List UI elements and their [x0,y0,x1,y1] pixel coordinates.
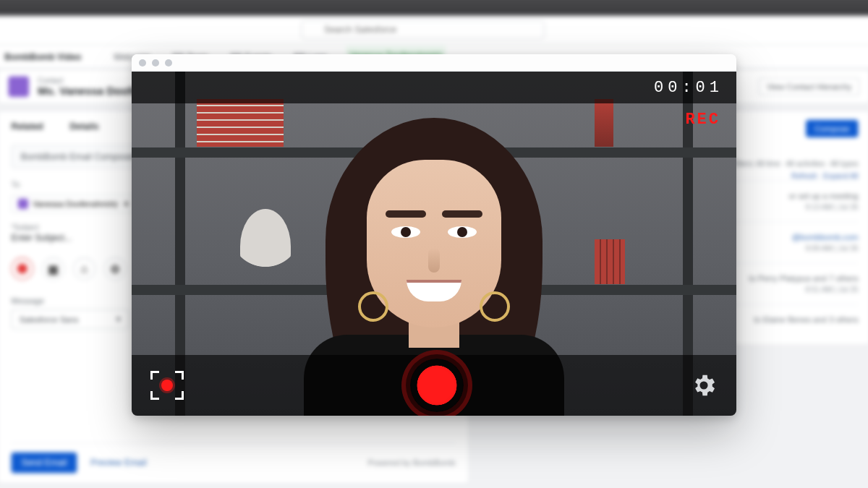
settings-small-button[interactable]: ⚙ [104,257,127,280]
recorder-top-overlay: 00:01 [132,72,736,103]
contact-glyph-icon [18,199,28,209]
recipient-chip[interactable]: Vanessa Doofenshmirtz ✕ [12,195,136,213]
browser-tabbar [0,0,868,16]
activity-item-text: @bombbomb.com [792,233,859,241]
font-picker-value: Salesforce Sans [20,314,79,323]
window-titlebar[interactable] [132,54,736,72]
contact-icon [8,76,29,97]
window-dot-icon [152,59,159,67]
recorder-settings-button[interactable] [690,372,718,399]
activity-item-text: to Elaine Benes and 3 others [754,315,858,324]
compose-button[interactable]: Compose [806,120,858,137]
record-dot-icon [17,264,27,274]
preview-email-link[interactable]: Preview Email [90,458,147,468]
global-search-input[interactable] [301,20,545,40]
chip-remove-icon[interactable]: ✕ [123,199,129,208]
record-video-button[interactable] [12,257,34,280]
record-button[interactable] [410,359,464,412]
gear-icon [690,372,718,399]
recipient-chip-label: Vanessa Doofenshmirtz [33,200,118,208]
app-title: BombBomb Video [4,51,81,61]
send-email-button[interactable]: Send Email [12,453,77,474]
screen-capture-button[interactable] [150,371,184,400]
tab-related[interactable]: Related [12,121,43,132]
activity-item-text: or set up a meeting [788,192,858,200]
video-library-button[interactable]: ▦ [42,257,64,280]
record-dot-icon [161,380,173,391]
view-hierarchy-button[interactable]: View Contact Hierarchy [759,77,859,95]
tab-details[interactable]: Details [69,121,98,132]
powered-by-label: Powered by BombBomb [368,458,456,467]
recorder-bottom-overlay [132,355,736,416]
camera-preview: 00:01 REC [132,72,736,416]
activity-item-text: to Perry Platypus and 7 others [749,274,859,283]
books-stack [197,99,284,147]
window-dot-icon [139,59,146,67]
font-picker[interactable]: Salesforce Sans ▾ [12,309,129,330]
screen-record-button[interactable]: ⌂ [73,257,95,280]
rec-indicator: REC [685,111,720,129]
books-stack [595,239,625,284]
books-stack [595,99,613,147]
video-recorder-window: 00:01 REC [132,54,736,416]
chevron-down-icon: ▾ [116,314,121,324]
window-dot-icon [165,59,172,67]
recording-timer: 00:01 [654,79,723,97]
